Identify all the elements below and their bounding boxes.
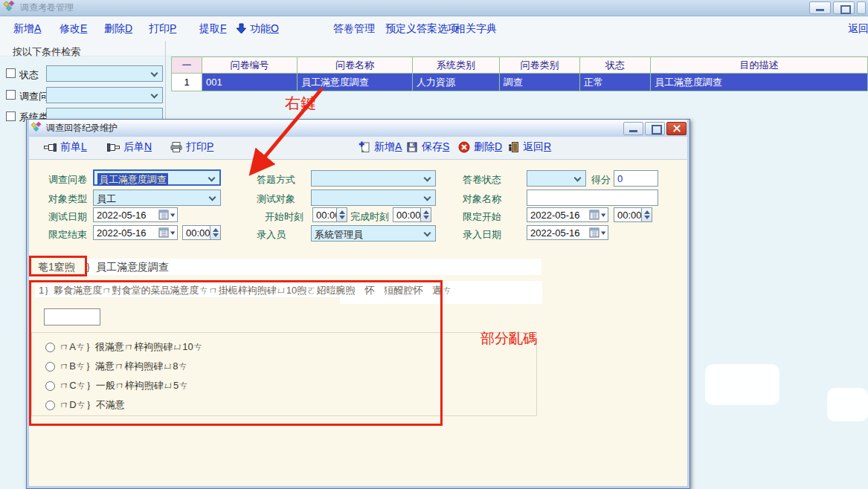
finish-time-label: 完成时刻: [350, 210, 389, 224]
print-button[interactable]: 打印P: [170, 140, 213, 154]
test-date-picker[interactable]: 2022-05-16: [93, 207, 178, 222]
background-artifact: [705, 364, 779, 405]
background-artifact: [827, 388, 868, 421]
table-cell-purpose[interactable]: 員工滿意度調查: [651, 74, 868, 91]
add-button[interactable]: 新增A: [359, 140, 402, 154]
record-date-picker[interactable]: 2022-05-16: [527, 225, 608, 240]
delete-icon: [458, 141, 470, 153]
annotation-right-click-text: 右鍵: [285, 93, 316, 114]
calendar-icon: [589, 210, 606, 221]
score-field[interactable]: 0: [614, 170, 658, 187]
object-type-label: 对象类型: [48, 192, 87, 206]
status-checkbox[interactable]: [6, 68, 16, 78]
recorder-combobox[interactable]: 系統管理員: [311, 225, 436, 242]
toolbar-extract[interactable]: 提取F: [199, 22, 227, 36]
survey-combobox[interactable]: 員工滿意度調查: [93, 169, 221, 186]
hand-left-icon: [44, 141, 57, 153]
column-header: 一: [171, 56, 202, 74]
object-type-combobox[interactable]: 員工: [93, 190, 221, 206]
score-label: 得分: [591, 173, 611, 187]
dialog-close-button[interactable]: [666, 122, 687, 135]
down-arrow-icon: [237, 23, 246, 36]
status-filter-dropdown[interactable]: [46, 65, 163, 82]
chevron-down-icon: [424, 194, 431, 201]
hand-right-icon: [107, 141, 120, 153]
exit-icon: [507, 141, 519, 153]
limit-end-label: 限定结束: [48, 228, 87, 242]
toolbar-return[interactable]: 返回: [848, 22, 868, 36]
test-date-label: 测试日期: [48, 210, 87, 224]
minimize-button[interactable]: [809, 1, 831, 14]
dialog-content: 调查问卷 員工滿意度調查 答题方式 答卷状态 得分 0 对象类型 員工 测试对象…: [29, 160, 687, 486]
toolbar-preset-options[interactable]: 预定义答案选项: [385, 22, 458, 36]
save-button[interactable]: 保存S: [406, 140, 449, 154]
chevron-down-icon: [424, 175, 431, 182]
printer-icon: [170, 141, 182, 153]
dialog-toolbar: 前单L 后单N 打印P 新增A 保存S 删除D 返回R: [29, 137, 687, 160]
object-name-label: 对象名称: [463, 192, 501, 206]
survey-label: 调查问卷: [48, 173, 87, 187]
table-cell-status[interactable]: 正常: [580, 74, 651, 91]
dialog-title: 调查回答纪录维护: [46, 122, 118, 135]
dialog-minimize-button[interactable]: [623, 122, 643, 135]
column-header: 目的描述: [651, 56, 868, 74]
limit-end-time-spinner[interactable]: 00:00: [182, 225, 221, 240]
prev-record-button[interactable]: 前单L: [44, 140, 87, 154]
table-row-number[interactable]: 1: [171, 74, 202, 91]
survey-answer-dialog: 调查回答纪录维护 前单L 后单N 打印P 新增A 保存S: [26, 119, 690, 489]
toolbar-function[interactable]: 功能O: [250, 22, 279, 36]
chevron-down-icon: [151, 70, 158, 77]
sheet-status-combobox[interactable]: [527, 170, 586, 187]
limit-start-date-picker[interactable]: 2022-05-16: [527, 207, 608, 222]
spinner-arrows-icon[interactable]: [420, 208, 431, 221]
record-date-label: 录入日期: [463, 228, 501, 242]
main-toolbar: 新增A 修改E 删除D 打印P 提取F 功能O 答卷管理 预定义答案选项 相关字…: [0, 16, 868, 56]
column-header: 系统类别: [413, 56, 500, 74]
limit-start-time-spinner[interactable]: 00:00: [614, 207, 652, 222]
toolbar-answer-mgmt[interactable]: 答卷管理: [333, 22, 375, 36]
column-header: 问卷类别: [500, 56, 580, 74]
limit-end-date-picker[interactable]: 2022-05-16: [93, 225, 178, 240]
calendar-icon: [589, 227, 606, 239]
return-button[interactable]: 返回R: [507, 140, 551, 154]
survey-checkbox[interactable]: [6, 90, 16, 100]
table-cell-system[interactable]: 人力資源: [413, 74, 500, 91]
toolbar-add[interactable]: 新增A: [13, 22, 41, 36]
spinner-arrows-icon[interactable]: [336, 208, 347, 221]
toolbar-edit[interactable]: 修改E: [60, 22, 87, 36]
close-button-partial[interactable]: [857, 1, 866, 14]
column-header: 问卷编号: [202, 56, 298, 74]
category-checkbox[interactable]: [6, 111, 16, 121]
toolbar-dictionary[interactable]: 相关字典: [455, 22, 497, 36]
window-title: 调查考卷管理: [20, 1, 74, 14]
toolbar-print[interactable]: 打印P: [149, 22, 176, 36]
start-time-label: 开始时刻: [265, 210, 303, 224]
annotation-box-question: [29, 280, 443, 426]
maximize-button[interactable]: [833, 1, 855, 14]
spinner-arrows-icon[interactable]: [210, 226, 220, 239]
annotation-garbled-text: 部分亂碼: [480, 329, 537, 349]
finish-time-spinner[interactable]: 00:00: [393, 207, 431, 222]
main-titlebar: 调查考卷管理: [0, 0, 868, 16]
test-object-combobox[interactable]: [311, 190, 436, 206]
start-time-spinner[interactable]: 00:00: [312, 207, 347, 222]
status-filter-label: 状态: [19, 68, 39, 82]
dialog-maximize-button[interactable]: [645, 122, 665, 135]
survey-filter-dropdown[interactable]: [46, 87, 163, 103]
dialog-titlebar: 调查回答纪录维护: [29, 120, 687, 137]
chevron-down-icon: [574, 175, 582, 182]
sheet-status-label: 答卷状态: [463, 173, 501, 187]
delete-button[interactable]: 删除D: [458, 140, 502, 154]
recorder-label: 录入员: [257, 228, 286, 242]
spinner-arrows-icon[interactable]: [641, 208, 652, 221]
limit-start-label: 限定开始: [463, 210, 501, 224]
app-icon: [4, 1, 16, 15]
chevron-down-icon: [151, 91, 158, 99]
test-object-label: 测试对象: [257, 192, 295, 206]
object-name-field[interactable]: [527, 190, 658, 206]
column-header: 状态: [580, 56, 651, 74]
table-cell-type[interactable]: 調查: [500, 74, 580, 91]
dialog-icon: [31, 122, 42, 135]
toolbar-delete[interactable]: 删除D: [104, 22, 132, 36]
next-record-button[interactable]: 后单N: [107, 140, 152, 154]
